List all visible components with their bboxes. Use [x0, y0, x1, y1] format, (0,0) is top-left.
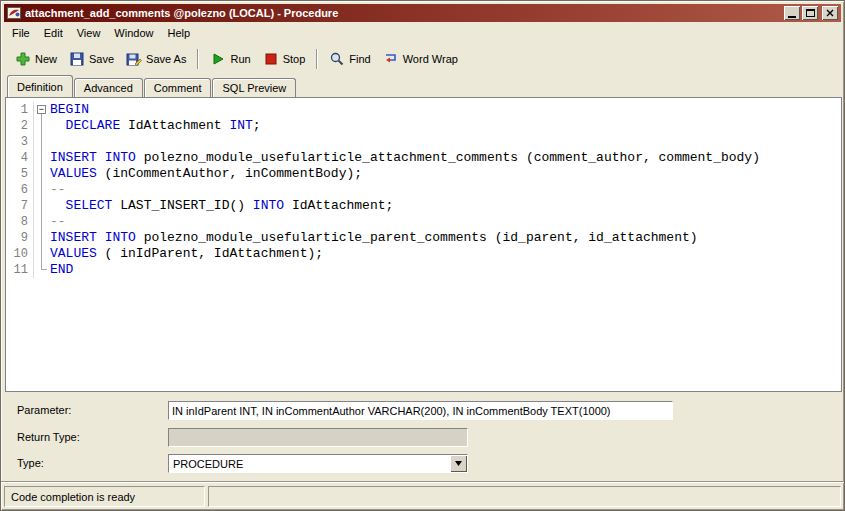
minimize-icon — [788, 16, 796, 18]
minimize-button[interactable] — [784, 6, 800, 20]
run-button[interactable]: Run — [204, 47, 256, 71]
maximize-icon — [806, 9, 815, 17]
dropdown-button[interactable] — [450, 455, 467, 472]
return-type-label: Return Type: — [17, 428, 80, 447]
close-icon — [826, 9, 834, 17]
line-number: 3 — [6, 134, 34, 150]
parameter-input[interactable] — [168, 401, 673, 420]
code-line[interactable]: 7 SELECT LAST_INSERT_ID() INTO IdAttachm… — [6, 198, 841, 214]
close-button[interactable] — [822, 6, 838, 20]
maximize-button[interactable] — [802, 6, 818, 20]
type-dropdown-value: PROCEDURE — [169, 458, 450, 470]
fold-line — [41, 134, 42, 150]
type-dropdown[interactable]: PROCEDURE — [168, 454, 468, 473]
menu-edit[interactable]: Edit — [37, 24, 70, 42]
line-number: 8 — [6, 214, 34, 230]
code-line[interactable]: 9INSERT INTO polezno_module_usefularticl… — [6, 230, 841, 246]
code-line[interactable]: 6-- — [6, 182, 841, 198]
fold-margin — [34, 150, 50, 166]
code-line[interactable]: 5VALUES (inCommentAuthor, inCommentBody)… — [6, 166, 841, 182]
fold-margin — [34, 262, 50, 278]
save-icon — [69, 51, 85, 67]
toolbar-separator — [197, 49, 199, 69]
code-text: DECLARE IdAttachment INT; — [50, 118, 261, 134]
return-type-row: Return Type: — [13, 428, 832, 447]
code-text: SELECT LAST_INSERT_ID() INTO IdAttachmen… — [50, 198, 393, 214]
code-line[interactable]: 11END — [6, 262, 841, 278]
line-number: 4 — [6, 150, 34, 166]
menu-file[interactable]: File — [5, 24, 37, 42]
tab-definition[interactable]: Definition — [7, 75, 73, 97]
tab-advanced[interactable]: Advanced — [74, 78, 143, 97]
status-divider — [1, 481, 844, 483]
fold-line — [41, 198, 42, 214]
fold-margin — [34, 134, 50, 150]
save-button[interactable]: Save — [63, 47, 120, 71]
procedure-properties-panel: Parameter: Return Type: Type: PROCEDURE — [5, 393, 840, 483]
find-icon — [329, 51, 345, 67]
menu-view[interactable]: View — [70, 24, 108, 42]
save-as-button-label: Save As — [146, 53, 186, 65]
save-as-button[interactable]: Save As — [120, 47, 192, 71]
menu-window[interactable]: Window — [107, 24, 160, 42]
code-text: -- — [50, 182, 66, 198]
new-button-label: New — [35, 53, 57, 65]
line-number: 9 — [6, 230, 34, 246]
code-line[interactable]: 1−BEGIN — [6, 102, 841, 118]
sql-code-editor[interactable]: 1−BEGIN2 DECLARE IdAttachment INT;34INSE… — [5, 97, 842, 392]
status-bar: Code completion is ready — [4, 486, 841, 507]
fold-line — [41, 246, 42, 262]
menu-bar: File Edit View Window Help — [5, 23, 840, 43]
code-line[interactable]: 2 DECLARE IdAttachment INT; — [6, 118, 841, 134]
code-text: BEGIN — [50, 102, 89, 118]
word-wrap-button[interactable]: Word Wrap — [377, 47, 464, 71]
procedure-editor-window: attachment_add_comments @polezno (LOCAL)… — [0, 0, 845, 511]
tab-sql-preview[interactable]: SQL Preview — [212, 78, 296, 97]
fold-line — [41, 150, 42, 166]
type-row: Type: PROCEDURE — [13, 454, 832, 473]
code-line[interactable]: 4INSERT INTO polezno_module_usefularticl… — [6, 150, 841, 166]
save-button-label: Save — [89, 53, 114, 65]
line-number: 10 — [6, 246, 34, 262]
line-number: 7 — [6, 198, 34, 214]
menu-help[interactable]: Help — [160, 24, 197, 42]
word-wrap-icon — [383, 51, 399, 67]
fold-line — [41, 182, 42, 198]
line-number: 5 — [6, 166, 34, 182]
stop-icon — [263, 51, 279, 67]
status-panel-right — [208, 486, 841, 507]
fold-margin — [34, 246, 50, 262]
title-bar[interactable]: attachment_add_comments @polezno (LOCAL)… — [4, 4, 841, 22]
word-wrap-button-label: Word Wrap — [403, 53, 458, 65]
fold-margin[interactable]: − — [34, 102, 50, 118]
tab-bar: Definition Advanced Comment SQL Preview — [5, 75, 840, 97]
tab-comment[interactable]: Comment — [144, 78, 212, 97]
line-number: 6 — [6, 182, 34, 198]
toolbar: New Save Save As Run — [5, 44, 840, 74]
fold-collapse-icon[interactable]: − — [37, 105, 46, 114]
fold-margin — [34, 230, 50, 246]
line-number: 2 — [6, 118, 34, 134]
stop-button[interactable]: Stop — [257, 47, 312, 71]
code-line[interactable]: 8-- — [6, 214, 841, 230]
parameter-label: Parameter: — [17, 401, 71, 420]
fold-margin — [34, 166, 50, 182]
fold-line — [41, 118, 42, 134]
run-icon — [210, 51, 226, 67]
code-text: INSERT INTO polezno_module_usefularticle… — [50, 150, 760, 166]
line-number: 11 — [6, 262, 34, 278]
code-line[interactable]: 3 — [6, 134, 841, 150]
return-type-input — [168, 428, 468, 447]
fold-margin — [34, 118, 50, 134]
fold-margin — [34, 214, 50, 230]
code-text: END — [50, 262, 73, 278]
code-text: -- — [50, 214, 66, 230]
fold-margin — [34, 182, 50, 198]
find-button[interactable]: Find — [323, 47, 376, 71]
new-button[interactable]: New — [9, 47, 63, 71]
code-text: VALUES (inCommentAuthor, inCommentBody); — [50, 166, 362, 182]
fold-line-corner — [41, 262, 47, 270]
code-line[interactable]: 10VALUES ( inIdParent, IdAttachment); — [6, 246, 841, 262]
fold-line — [41, 214, 42, 230]
stop-button-label: Stop — [283, 53, 306, 65]
